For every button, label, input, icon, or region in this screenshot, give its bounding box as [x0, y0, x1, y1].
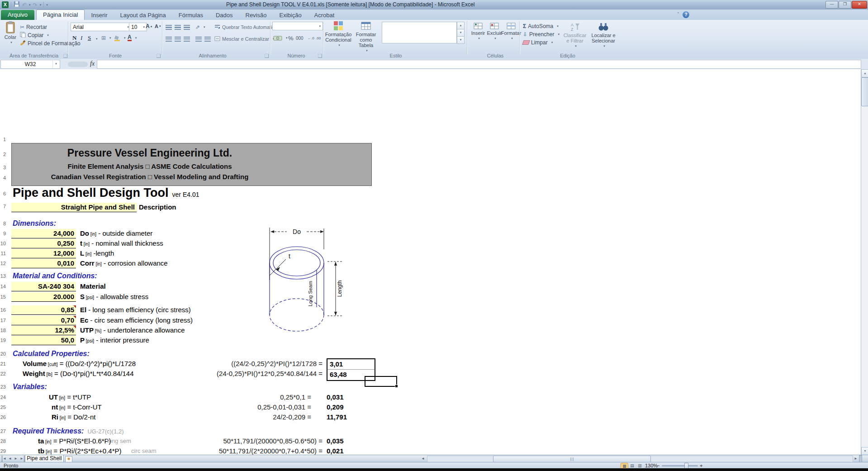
- page-layout-view-icon[interactable]: ▤: [629, 463, 636, 468]
- orientation-icon[interactable]: ⇗▾: [195, 24, 205, 31]
- vertical-scroll-thumb[interactable]: [861, 77, 868, 106]
- copy-dropdown-icon[interactable]: ▾: [47, 33, 49, 37]
- close-button[interactable]: ✕: [852, 1, 867, 9]
- zoom-level[interactable]: 130%: [645, 463, 658, 468]
- row-number[interactable]: 4: [0, 175, 6, 181]
- help-icon[interactable]: ?: [683, 11, 689, 18]
- name-box-dropdown-icon[interactable]: ▾: [52, 60, 59, 68]
- zoom-in-icon[interactable]: +: [700, 463, 702, 468]
- input-cell[interactable]: 0,70: [11, 316, 76, 325]
- increase-decimal-icon[interactable]: ←.0: [308, 34, 314, 42]
- underline-button[interactable]: S: [88, 34, 91, 42]
- minimize-ribbon-icon[interactable]: ˆ: [678, 12, 679, 17]
- row-number[interactable]: 14: [0, 283, 6, 290]
- zoom-out-icon[interactable]: −: [657, 463, 659, 468]
- grow-font-button[interactable]: A▴: [146, 23, 152, 30]
- copy-button[interactable]: Copiar ▾: [20, 32, 49, 39]
- gallery-down-icon[interactable]: ▾: [457, 29, 465, 37]
- increase-indent-icon[interactable]: [204, 35, 211, 43]
- fx-icon[interactable]: fx: [90, 60, 95, 67]
- save-icon[interactable]: [14, 1, 20, 9]
- number-format-select[interactable]: ▾: [272, 22, 323, 30]
- formula-input[interactable]: [97, 60, 861, 69]
- row-number[interactable]: 22: [0, 371, 6, 377]
- accounting-format-icon[interactable]: ▾: [273, 34, 288, 42]
- merge-center-button[interactable]: Mesclar e Centralizar ▾: [214, 35, 274, 43]
- sort-filter-button[interactable]: AZ Classificar e Filtrar ▾: [562, 22, 588, 49]
- underline-dropdown-icon[interactable]: ▾: [96, 35, 98, 43]
- redo-dropdown-icon[interactable]: ▾: [40, 3, 42, 7]
- undo-dropdown-icon[interactable]: ▾: [29, 3, 31, 7]
- tab-arquivo[interactable]: Arquivo: [1, 10, 34, 20]
- row-number[interactable]: 28: [0, 438, 6, 444]
- tab-formulas[interactable]: Fórmulas: [172, 10, 209, 20]
- paste-button[interactable]: Colar ▾: [2, 21, 19, 45]
- row-number[interactable]: 6: [0, 190, 6, 197]
- insert-worksheet-icon[interactable]: ✱: [65, 456, 72, 462]
- align-top-icon[interactable]: [166, 24, 172, 31]
- shrink-font-button[interactable]: A▾: [155, 23, 161, 30]
- hscroll-right-icon[interactable]: ►: [854, 456, 858, 462]
- row-number[interactable]: 24: [0, 394, 6, 400]
- align-center-icon[interactable]: [175, 35, 181, 43]
- gallery-up-icon[interactable]: ▴: [457, 22, 465, 29]
- row-number[interactable]: 2: [0, 151, 6, 157]
- description-cell[interactable]: Straight Pipe and Shell: [11, 203, 137, 212]
- font-dialog-launcher[interactable]: [157, 54, 161, 58]
- row-number[interactable]: 10: [0, 240, 6, 247]
- insert-cells-button[interactable]: Inserir ▾: [470, 23, 486, 41]
- volume-result[interactable]: 3,01: [327, 359, 375, 370]
- vertical-scrollbar[interactable]: ▲ ▼: [861, 69, 868, 455]
- borders-icon[interactable]: ⊞▾: [101, 34, 111, 42]
- align-right-icon[interactable]: [184, 35, 190, 43]
- row-number[interactable]: 16: [0, 307, 6, 313]
- page-break-view-icon[interactable]: ▥: [636, 463, 643, 468]
- tab-acrobat[interactable]: Acrobat: [308, 10, 341, 20]
- italic-button[interactable]: I: [81, 34, 82, 42]
- cut-button[interactable]: ✂ Recortar: [20, 24, 47, 31]
- tab-layout-da-pagina[interactable]: Layout da Página: [114, 10, 172, 20]
- tab-dados[interactable]: Dados: [209, 10, 239, 20]
- input-cell[interactable]: 0,250: [11, 239, 76, 248]
- tab-pagina-inicial[interactable]: Página Inicial: [36, 10, 85, 20]
- gallery-more-icon[interactable]: ▾: [457, 36, 465, 44]
- zoom-slider[interactable]: [662, 465, 698, 466]
- row-number[interactable]: 23: [0, 384, 6, 390]
- sheet-tab-pipe-and-shell[interactable]: Pipe and Shell: [25, 455, 64, 462]
- input-cell[interactable]: 24,000: [11, 229, 76, 238]
- tab-revisao[interactable]: Revisão: [239, 10, 273, 20]
- row-number[interactable]: 11: [0, 250, 6, 257]
- restore-button[interactable]: ❐: [839, 1, 851, 9]
- row-number[interactable]: 26: [0, 414, 6, 420]
- row-number[interactable]: 12: [0, 260, 6, 266]
- row-number[interactable]: 25: [0, 404, 6, 410]
- row-number[interactable]: 3: [0, 164, 6, 171]
- row-number[interactable]: 1: [0, 136, 6, 143]
- input-cell[interactable]: 20.000: [11, 292, 76, 302]
- conditional-formatting-button[interactable]: Formatação Condicional ▾: [326, 21, 351, 48]
- excel-logo-icon[interactable]: X: [2, 1, 9, 8]
- row-number[interactable]: 13: [0, 273, 6, 279]
- percent-style-button[interactable]: %: [288, 34, 294, 42]
- minimize-button[interactable]: —: [825, 1, 838, 9]
- last-sheet-icon[interactable]: ►: [20, 456, 24, 462]
- decrease-indent-icon[interactable]: [195, 35, 202, 43]
- previous-sheet-icon[interactable]: ◄: [8, 456, 12, 462]
- format-cells-button[interactable]: Formatar ▾: [503, 23, 519, 41]
- autosum-button[interactable]: Σ AutoSoma ▾: [523, 23, 559, 30]
- fill-color-icon[interactable]: ▾: [114, 34, 126, 42]
- alignment-dialog-launcher[interactable]: [265, 54, 269, 58]
- paste-dropdown-icon[interactable]: ▾: [10, 40, 12, 45]
- hscroll-left-icon[interactable]: ◄: [421, 456, 425, 462]
- row-number[interactable]: 19: [0, 337, 6, 343]
- font-family-select[interactable]: Arial ▾: [71, 23, 131, 31]
- name-box[interactable]: W32: [0, 60, 60, 69]
- input-cell[interactable]: 50,0: [11, 336, 76, 345]
- first-sheet-icon[interactable]: ◄: [2, 456, 6, 462]
- undo-icon[interactable]: ↶: [22, 2, 27, 8]
- row-number[interactable]: 15: [0, 294, 6, 300]
- tab-inserir[interactable]: Inserir: [85, 10, 114, 20]
- row-number[interactable]: 27: [0, 428, 6, 434]
- comma-style-button[interactable]: 000: [296, 34, 304, 42]
- align-middle-icon[interactable]: [175, 24, 181, 31]
